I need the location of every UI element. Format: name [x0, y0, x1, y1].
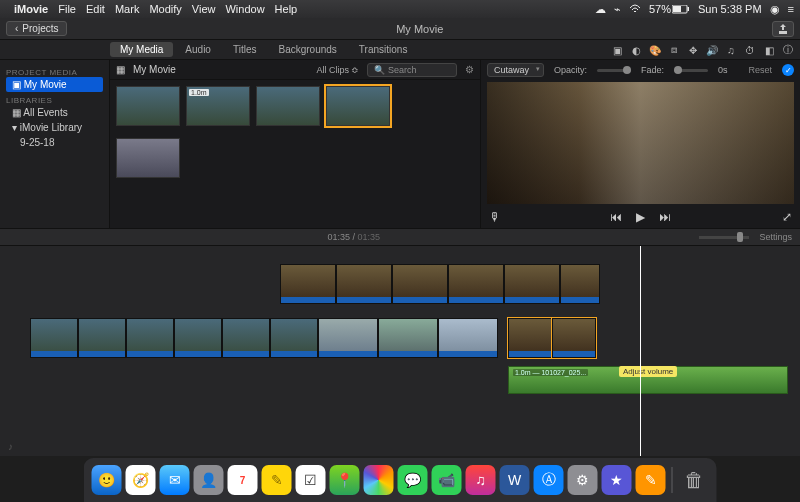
- timeline-clip[interactable]: [392, 264, 448, 304]
- music-well-icon[interactable]: ♪: [8, 441, 13, 452]
- menu-help[interactable]: Help: [275, 3, 298, 15]
- sidebar-item-event[interactable]: 9-25-18: [6, 135, 103, 150]
- timeline-clip[interactable]: [270, 318, 318, 358]
- dock-app-settings[interactable]: ⚙︎: [568, 465, 598, 495]
- overlay-track[interactable]: [280, 264, 600, 304]
- dock-app-reminders[interactable]: ☑︎: [296, 465, 326, 495]
- fade-slider[interactable]: [674, 69, 708, 72]
- dock-app-mail[interactable]: ✉︎: [160, 465, 190, 495]
- browser-title: My Movie: [133, 64, 176, 75]
- timeline-clip[interactable]: [560, 264, 600, 304]
- sidebar-item-library[interactable]: ▾ iMovie Library: [6, 120, 103, 135]
- menu-modify[interactable]: Modify: [149, 3, 181, 15]
- dock-app-safari[interactable]: 🧭: [126, 465, 156, 495]
- timeline-clip[interactable]: [378, 318, 438, 358]
- menu-file[interactable]: File: [58, 3, 76, 15]
- dock-app-facetime[interactable]: 📹: [432, 465, 462, 495]
- dock-app-photos[interactable]: [364, 465, 394, 495]
- timeline-clip-selected[interactable]: [508, 318, 552, 358]
- clip-thumbnail[interactable]: [116, 138, 180, 178]
- prev-button[interactable]: ⏮: [610, 210, 622, 224]
- tab-transitions[interactable]: Transitions: [349, 42, 418, 57]
- dock-app-calendar[interactable]: 7: [228, 465, 258, 495]
- timeline-clip[interactable]: [318, 318, 378, 358]
- dock-app-imovie[interactable]: ★: [602, 465, 632, 495]
- timeline-clip-selected[interactable]: [552, 318, 596, 358]
- clip-thumbnail[interactable]: [256, 86, 320, 126]
- primary-track[interactable]: [30, 318, 596, 358]
- play-button[interactable]: ▶: [636, 210, 645, 224]
- fullscreen-icon[interactable]: ⤢: [782, 210, 792, 224]
- tab-titles[interactable]: Titles: [223, 42, 267, 57]
- preview-viewport[interactable]: [487, 82, 794, 204]
- timeline-clip[interactable]: [78, 318, 126, 358]
- dock-app-itunes[interactable]: ♫: [466, 465, 496, 495]
- clip-filter-icon[interactable]: ◧: [763, 44, 775, 56]
- projects-button[interactable]: ‹ Projects: [6, 21, 67, 36]
- sidebar-item-all-events[interactable]: ▦ All Events: [6, 105, 103, 120]
- menu-view[interactable]: View: [192, 3, 216, 15]
- dock-app-maps[interactable]: 📍: [330, 465, 360, 495]
- apply-check-icon[interactable]: ✓: [782, 64, 794, 76]
- stabilization-icon[interactable]: ✥: [687, 44, 699, 56]
- timeline-clip[interactable]: [126, 318, 174, 358]
- opacity-slider[interactable]: [597, 69, 631, 72]
- search-input[interactable]: 🔍 Search: [367, 63, 457, 77]
- dock-trash[interactable]: 🗑: [679, 465, 709, 495]
- browser-grid-icon[interactable]: ▦: [116, 64, 125, 75]
- voiceover-record-icon[interactable]: 🎙: [489, 210, 501, 224]
- color-balance-icon[interactable]: ◐: [630, 44, 642, 56]
- tab-backgrounds[interactable]: Backgrounds: [268, 42, 346, 57]
- audio-clip[interactable]: 1.0m — 101027_025... Adjust volume: [508, 366, 788, 394]
- dock-app-contacts[interactable]: 👤: [194, 465, 224, 495]
- clip-thumbnail-selected[interactable]: [326, 86, 390, 126]
- status-wifi-icon[interactable]: [629, 4, 641, 14]
- dock-app-pages[interactable]: ✎: [636, 465, 666, 495]
- color-correction-icon[interactable]: 🎨: [649, 44, 661, 56]
- timeline-clip[interactable]: [174, 318, 222, 358]
- reset-button[interactable]: Reset: [748, 65, 772, 75]
- timeline-clip[interactable]: [336, 264, 392, 304]
- tab-audio[interactable]: Audio: [175, 42, 221, 57]
- timeline-settings-button[interactable]: Settings: [759, 232, 792, 242]
- dock-app-finder[interactable]: 🙂: [92, 465, 122, 495]
- noise-reduction-icon[interactable]: ♫: [725, 44, 737, 56]
- timeline[interactable]: 1.0m — 101027_025... Adjust volume ♪: [0, 246, 800, 456]
- dock-app-word[interactable]: W: [500, 465, 530, 495]
- next-button[interactable]: ⏭: [659, 210, 671, 224]
- timeline-clip[interactable]: [30, 318, 78, 358]
- clips-filter-dropdown[interactable]: All Clips ≎: [316, 65, 359, 75]
- timeline-clip[interactable]: [438, 318, 498, 358]
- menu-edit[interactable]: Edit: [86, 3, 105, 15]
- speed-icon[interactable]: ⏱: [744, 44, 756, 56]
- info-icon[interactable]: ⓘ: [782, 44, 794, 56]
- sidebar-item-project[interactable]: ▣ My Movie: [6, 77, 103, 92]
- dock-app-appstore[interactable]: Ⓐ: [534, 465, 564, 495]
- status-cloud-icon[interactable]: ☁︎: [595, 3, 606, 16]
- volume-icon[interactable]: 🔊: [706, 44, 718, 56]
- status-battery[interactable]: 57%: [649, 3, 690, 15]
- timeline-clip[interactable]: [280, 264, 336, 304]
- overlay-mode-dropdown[interactable]: Cutaway: [487, 63, 544, 77]
- crop-icon[interactable]: ⧈: [668, 44, 680, 56]
- timeline-clip[interactable]: [222, 318, 270, 358]
- clip-thumbnail[interactable]: [116, 86, 180, 126]
- status-airdrop-icon[interactable]: ⌁: [614, 3, 621, 16]
- dock-app-notes[interactable]: ✎: [262, 465, 292, 495]
- playhead[interactable]: [640, 246, 641, 456]
- timeline-clip[interactable]: [504, 264, 560, 304]
- timeline-clip[interactable]: [448, 264, 504, 304]
- zoom-slider[interactable]: [699, 236, 749, 239]
- browser-options-icon[interactable]: ⚙︎: [465, 64, 474, 75]
- app-menu[interactable]: iMovie: [14, 3, 48, 15]
- menu-window[interactable]: Window: [225, 3, 264, 15]
- dock-app-messages[interactable]: 💬: [398, 465, 428, 495]
- status-siri-icon[interactable]: ◉: [770, 3, 780, 16]
- menu-mark[interactable]: Mark: [115, 3, 139, 15]
- status-clock[interactable]: Sun 5:38 PM: [698, 3, 762, 15]
- status-notifications-icon[interactable]: ≡: [788, 3, 794, 15]
- clip-thumbnail[interactable]: 1.0m: [186, 86, 250, 126]
- overlay-controls-icon[interactable]: ▣: [611, 44, 623, 56]
- share-button[interactable]: [772, 21, 794, 37]
- tab-my-media[interactable]: My Media: [110, 42, 173, 57]
